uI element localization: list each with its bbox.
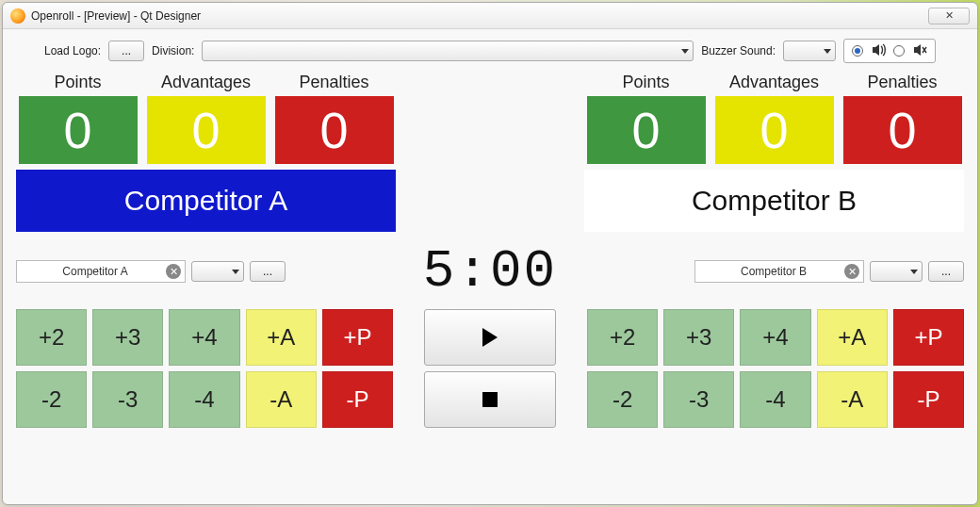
- mid-controls: Competitor A ✕ ... 5:00 Competitor B ✕ .…: [16, 241, 964, 302]
- sound-on-radio[interactable]: [852, 45, 863, 57]
- minus-4-a-button[interactable]: -4: [169, 371, 239, 428]
- plus-p-a-button[interactable]: +P: [322, 309, 393, 366]
- competitor-b-buttons: +2 +3 +4 +A +P -2 -3 -4 -A -P: [587, 309, 964, 428]
- competitor-a-input[interactable]: Competitor A ✕: [16, 260, 186, 283]
- penalties-header: Penalties: [843, 73, 962, 92]
- competitor-a-controls: Competitor A ✕ ...: [16, 260, 286, 283]
- competitor-a-input-text: Competitor A: [24, 265, 166, 278]
- plus-4-a-button[interactable]: +4: [169, 309, 239, 366]
- competitor-b-name-bar: Competitor B: [584, 170, 964, 232]
- browse-flag-b-button[interactable]: ...: [928, 261, 964, 282]
- speaker-on-icon: [871, 43, 886, 59]
- browse-flag-a-button[interactable]: ...: [250, 261, 286, 282]
- competitor-b-controls: Competitor B ✕ ...: [694, 260, 964, 283]
- chevron-down-icon: [910, 270, 918, 274]
- competitor-a-name-bar: Competitor A: [16, 170, 396, 232]
- speaker-off-icon: [912, 43, 927, 59]
- buzzer-sound-combo[interactable]: [783, 41, 836, 61]
- penalties-b: 0: [843, 96, 962, 164]
- content-area: Load Logo: ... Division: Buzzer Sound: P…: [3, 29, 977, 435]
- points-header: Points: [587, 73, 706, 92]
- plus-a-a-button[interactable]: +A: [246, 309, 317, 366]
- competitor-b-input[interactable]: Competitor B ✕: [694, 260, 864, 283]
- score-values-a: 0 0 0: [16, 96, 396, 164]
- minus-2-a-button[interactable]: -2: [16, 371, 87, 428]
- score-panels: Points Advantages Penalties 0 0 0 Compet…: [16, 73, 964, 232]
- sound-off-radio[interactable]: [893, 45, 905, 57]
- load-logo-button[interactable]: ...: [108, 41, 144, 61]
- load-logo-label: Load Logo:: [44, 44, 101, 57]
- close-button[interactable]: ✕: [928, 8, 970, 25]
- top-toolbar: Load Logo: ... Division: Buzzer Sound:: [44, 39, 936, 63]
- window-title: Openroll - [Preview] - Qt Designer: [31, 9, 201, 23]
- advantages-a: 0: [147, 96, 266, 164]
- minus-p-a-button[interactable]: -P: [322, 371, 393, 428]
- stop-icon: [482, 392, 498, 407]
- minus-3-b-button[interactable]: -3: [663, 371, 734, 428]
- plus-2-b-button[interactable]: +2: [587, 309, 658, 366]
- plus-a-b-button[interactable]: +A: [817, 309, 888, 366]
- sound-radio-group: [843, 39, 936, 63]
- button-grids-row: +2 +3 +4 +A +P -2 -3 -4 -A -P +2 +3 +4 +…: [16, 309, 964, 428]
- penalties-a: 0: [275, 96, 394, 164]
- center-controls: [393, 309, 587, 428]
- advantages-b: 0: [715, 96, 834, 164]
- minus-a-a-button[interactable]: -A: [246, 371, 317, 428]
- score-headers-a: Points Advantages Penalties: [16, 73, 396, 96]
- stop-button[interactable]: [424, 371, 556, 428]
- play-button[interactable]: [424, 309, 556, 366]
- close-icon: ✕: [945, 9, 954, 22]
- advantages-header: Advantages: [715, 73, 834, 92]
- app-icon: [10, 8, 25, 24]
- minus-4-b-button[interactable]: -4: [740, 371, 810, 428]
- points-header: Points: [19, 73, 138, 92]
- division-combo[interactable]: [202, 41, 694, 61]
- plus-4-b-button[interactable]: +4: [740, 309, 810, 366]
- plus-2-a-button[interactable]: +2: [16, 309, 87, 366]
- points-a: 0: [19, 96, 138, 164]
- buzzer-sound-label: Buzzer Sound:: [701, 44, 776, 57]
- penalties-header: Penalties: [275, 73, 394, 92]
- timer-display: 5:00: [286, 241, 694, 302]
- play-icon: [482, 328, 498, 347]
- minus-p-b-button[interactable]: -P: [893, 371, 964, 428]
- titlebar: Openroll - [Preview] - Qt Designer ✕: [3, 3, 977, 29]
- clear-input-b-icon[interactable]: ✕: [844, 264, 859, 279]
- score-headers-b: Points Advantages Penalties: [584, 73, 964, 96]
- plus-p-b-button[interactable]: +P: [893, 309, 964, 366]
- minus-3-a-button[interactable]: -3: [92, 371, 163, 428]
- competitor-b-panel: Points Advantages Penalties 0 0 0 Compet…: [584, 73, 964, 232]
- division-label: Division:: [152, 44, 194, 57]
- minus-a-b-button[interactable]: -A: [817, 371, 888, 428]
- score-values-b: 0 0 0: [584, 96, 964, 164]
- plus-3-b-button[interactable]: +3: [663, 309, 734, 366]
- competitor-b-input-text: Competitor B: [703, 265, 844, 278]
- app-window: Openroll - [Preview] - Qt Designer ✕ Loa…: [2, 2, 978, 505]
- advantages-header: Advantages: [147, 73, 266, 92]
- plus-3-a-button[interactable]: +3: [92, 309, 163, 366]
- chevron-down-icon: [824, 49, 831, 54]
- clear-input-a-icon[interactable]: ✕: [166, 264, 181, 279]
- competitor-a-panel: Points Advantages Penalties 0 0 0 Compet…: [16, 73, 396, 232]
- chevron-down-icon: [232, 270, 239, 274]
- flag-combo-b[interactable]: [870, 261, 923, 282]
- competitor-a-buttons: +2 +3 +4 +A +P -2 -3 -4 -A -P: [16, 309, 393, 428]
- minus-2-b-button[interactable]: -2: [587, 371, 658, 428]
- points-b: 0: [587, 96, 706, 164]
- chevron-down-icon: [681, 49, 689, 54]
- flag-combo-a[interactable]: [191, 261, 244, 282]
